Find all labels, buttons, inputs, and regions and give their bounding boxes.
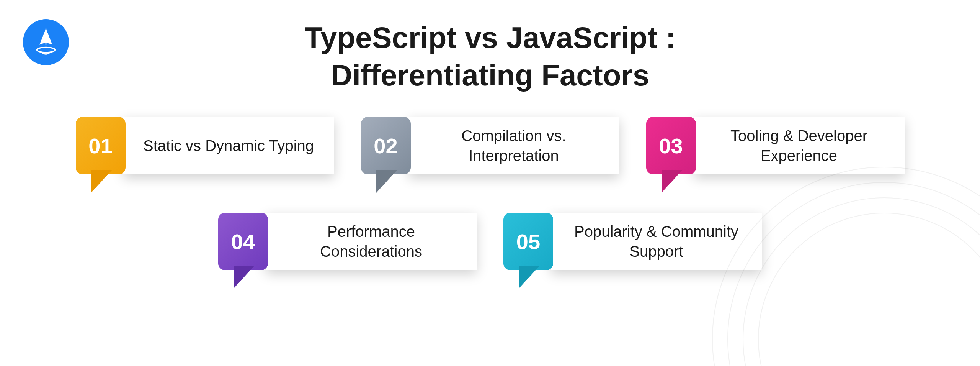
- factor-grid: 01 Static vs Dynamic Typing 02 Compilati…: [0, 117, 980, 270]
- factor-number: 03: [659, 133, 683, 158]
- factor-panel: Tooling & Developer Experience: [694, 117, 905, 174]
- factor-number: 01: [88, 133, 112, 158]
- svg-point-0: [37, 47, 55, 52]
- factor-number: 02: [374, 133, 397, 158]
- factor-number-badge: 03: [646, 117, 696, 174]
- factor-number: 05: [516, 229, 540, 254]
- factor-number-badge: 05: [503, 213, 553, 270]
- factor-number: 04: [231, 229, 255, 254]
- sailboat-icon: [30, 26, 62, 58]
- factor-panel: Compilation vs. Interpretation: [408, 117, 619, 174]
- factor-number-badge: 01: [76, 117, 126, 174]
- factor-number-badge: 02: [361, 117, 411, 174]
- factor-row-2: 04 Performance Considerations 05 Popular…: [0, 213, 980, 270]
- factor-label: Popularity & Community Support: [566, 222, 746, 261]
- factor-card-02: 02 Compilation vs. Interpretation: [361, 117, 619, 174]
- factor-number-badge: 04: [218, 213, 268, 270]
- factor-card-05: 05 Popularity & Community Support: [503, 213, 762, 270]
- factor-card-01: 01 Static vs Dynamic Typing: [76, 117, 334, 174]
- title-line-1: TypeScript vs JavaScript :: [304, 21, 676, 54]
- factor-label: Compilation vs. Interpretation: [424, 126, 604, 166]
- factor-row-1: 01 Static vs Dynamic Typing 02 Compilati…: [0, 117, 980, 174]
- factor-card-04: 04 Performance Considerations: [218, 213, 477, 270]
- factor-label: Performance Considerations: [281, 222, 461, 261]
- factor-panel: Static vs Dynamic Typing: [123, 117, 334, 174]
- factor-panel: Popularity & Community Support: [551, 213, 762, 270]
- factor-card-03: 03 Tooling & Developer Experience: [646, 117, 905, 174]
- factor-panel: Performance Considerations: [266, 213, 477, 270]
- brand-logo: [23, 19, 69, 65]
- factor-label: Tooling & Developer Experience: [709, 126, 889, 166]
- page-title: TypeScript vs JavaScript : Differentiati…: [0, 19, 980, 94]
- title-line-2: Differentiating Factors: [331, 58, 649, 92]
- factor-label: Static vs Dynamic Typing: [143, 136, 314, 156]
